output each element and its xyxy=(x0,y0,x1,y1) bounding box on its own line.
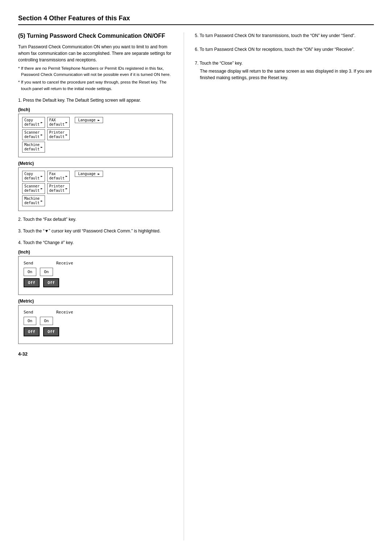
arrow-icon-9: ► xyxy=(66,187,68,190)
pw-on-row-inch: On On xyxy=(24,268,167,276)
machine-default-key-inch[interactable]: Machinedefault ► xyxy=(22,142,45,153)
pwscreen-metric: Send Receive On On xyxy=(18,305,173,344)
article-title: (5) Turning Password Check Communication… xyxy=(18,32,173,40)
step6-text: 6. To turn Password Check ON for recepti… xyxy=(195,46,374,53)
arrow-icon-3: ► xyxy=(41,133,42,137)
receive-on-button-inch[interactable]: On xyxy=(40,268,53,276)
article-title-text: Turning Password Check Communication ON/… xyxy=(27,33,165,39)
step2-text: 2. Touch the “Fax default” key. xyxy=(18,216,173,223)
arrow-icon-5: ► xyxy=(41,145,42,149)
receive-off-button-inch[interactable]: Off xyxy=(43,278,59,287)
defaultscreen-inch-diagram: Copydefault ► FAXdefault ► Language ► Sc… xyxy=(18,114,173,157)
arrow-icon-8: ► xyxy=(41,187,42,190)
receive-label-metric: Receive xyxy=(56,309,85,315)
copy-default-key-metric[interactable]: Copydefault ► xyxy=(22,171,45,182)
pw-off-row-metric: Off Off xyxy=(24,327,167,336)
copy-default-key-inch[interactable]: Copydefault ► xyxy=(22,117,45,128)
language-key-text-m: Language xyxy=(78,172,95,176)
defaultscreen-metric-label: (Metric) xyxy=(18,161,173,166)
send-on-button-metric[interactable]: On xyxy=(24,317,36,325)
receive-text-metric: Receive xyxy=(56,310,73,315)
pw-on-row-metric: On On xyxy=(24,317,167,325)
metric-diagram-row-2: Scannerdefault ► Printerdefault ► xyxy=(22,183,169,194)
defaultscreen-metric-diagram: Copydefault ► Faxdefault ► Language ► Sc… xyxy=(18,167,173,211)
printer-default-text-m: Printerdefault xyxy=(49,184,65,193)
send-off-text-metric: Off xyxy=(28,329,35,334)
send-off-button-metric[interactable]: Off xyxy=(24,327,40,336)
send-label-inch: Send xyxy=(24,260,53,266)
pw-labels-row-inch: Send Receive xyxy=(24,260,167,266)
arrow-icon-6: ► xyxy=(41,174,42,178)
intro-note1: * If there are no Permit Telephone Numbe… xyxy=(18,65,173,78)
pwscreen-inch: Send Receive On On xyxy=(18,256,173,295)
pw-labels-row-metric: Send Receive xyxy=(24,309,167,315)
receive-label-inch: Receive xyxy=(56,260,85,266)
machine-default-key-metric[interactable]: Machinedefault ► xyxy=(22,195,45,206)
printer-default-text: Printerdefault xyxy=(49,130,65,139)
fax-default-key-text-m: Faxdefault xyxy=(49,172,65,181)
scanner-default-key-inch[interactable]: Scannerdefault ► xyxy=(22,129,45,140)
article-number: (5) xyxy=(18,33,25,39)
pwscreen-metric-label: (Metric) xyxy=(18,299,173,304)
diagram-row-1: Copydefault ► FAXdefault ► Language ► xyxy=(22,117,169,128)
page-number: 4-32 xyxy=(18,351,173,357)
send-label-metric: Send xyxy=(24,309,53,315)
send-on-text-inch: On xyxy=(28,270,32,274)
intro-note2: * If you want to cancel the procedure pa… xyxy=(18,79,173,92)
section-title: Section 4 Other Features of this Fax xyxy=(18,15,374,25)
machine-default-text-m: Machinedefault xyxy=(24,197,40,205)
pw-off-row-inch: Off Off xyxy=(24,278,167,287)
language-arrow: ► xyxy=(98,118,100,122)
send-on-button-inch[interactable]: On xyxy=(24,268,36,276)
send-text-metric: Send xyxy=(24,310,33,315)
step4-text: 4. Touch the “Change #” key. xyxy=(18,239,173,246)
metric-diagram-row-3: Machinedefault ► xyxy=(22,195,169,206)
send-text-inch: Send xyxy=(24,261,33,266)
language-key-metric[interactable]: Language ► xyxy=(75,171,103,177)
language-key-text: Language xyxy=(78,118,95,122)
receive-text-inch: Receive xyxy=(56,261,73,266)
step7-container: 7. Touch the “Close” key. The message di… xyxy=(195,60,374,81)
diagram-row-3: Machinedefault ► xyxy=(22,142,169,153)
arrow-icon-2: ► xyxy=(66,121,68,124)
language-key-inch[interactable]: Language ► xyxy=(75,117,103,123)
pwscreen-inch-label: (Inch) xyxy=(18,250,173,255)
page: Section 4 Other Features of this Fax (5)… xyxy=(0,0,392,555)
step5-text: 5. To turn Password Check ON for transmi… xyxy=(195,32,374,39)
scanner-default-key-metric[interactable]: Scannerdefault ► xyxy=(22,183,45,194)
arrow-icon-4: ► xyxy=(66,133,68,137)
receive-on-text-inch: On xyxy=(44,270,49,274)
left-column: (5) Turning Password Check Communication… xyxy=(18,32,184,540)
intro-para1: Turn Password Check Communication ON whe… xyxy=(18,44,173,63)
fax-default-key-metric[interactable]: Faxdefault ► xyxy=(47,171,70,182)
scanner-default-text-m: Scannerdefault xyxy=(24,184,40,193)
copy-default-key-text-m: Copydefault xyxy=(24,172,40,181)
receive-off-button-metric[interactable]: Off xyxy=(43,327,59,336)
step3-text: 3. Touch the “▼” cursor key until “Passw… xyxy=(18,228,173,234)
receive-on-text-metric: On xyxy=(44,319,49,323)
send-on-text-metric: On xyxy=(28,319,32,323)
arrow-icon-7: ► xyxy=(66,174,68,178)
two-column-layout: (5) Turning Password Check Communication… xyxy=(18,32,374,540)
arrow-icon: ► xyxy=(41,121,42,124)
scanner-default-text: Scannerdefault xyxy=(24,130,40,139)
receive-on-button-metric[interactable]: On xyxy=(40,317,53,325)
machine-default-text: Machinedefault xyxy=(24,143,40,151)
receive-off-text-metric: Off xyxy=(48,329,55,334)
diagram-row-2: Scannerdefault ► Printerdefault ► xyxy=(22,129,169,140)
printer-default-key-inch[interactable]: Printerdefault ► xyxy=(47,129,70,140)
right-column: 5. To turn Password Check ON for transmi… xyxy=(184,32,374,540)
step7-text: 7. Touch the “Close” key. xyxy=(195,60,374,66)
printer-default-key-metric[interactable]: Printerdefault ► xyxy=(47,183,70,194)
send-off-text-inch: Off xyxy=(28,280,35,285)
copy-default-key-text: Copydefault xyxy=(24,118,40,127)
language-arrow-m: ► xyxy=(98,172,100,176)
fax-default-key-text: FAXdefault xyxy=(49,118,65,127)
defaultscreen-inch-label: (Inch) xyxy=(18,107,173,112)
fax-default-key-inch[interactable]: FAXdefault ► xyxy=(47,117,70,128)
send-off-button-inch[interactable]: Off xyxy=(24,278,40,287)
step7-detail: The message display will return to the s… xyxy=(195,68,374,81)
receive-off-text-inch: Off xyxy=(48,280,55,285)
step1-text: 1. Press the Default key. The Default Se… xyxy=(18,97,173,104)
arrow-icon-10: ► xyxy=(41,199,42,203)
